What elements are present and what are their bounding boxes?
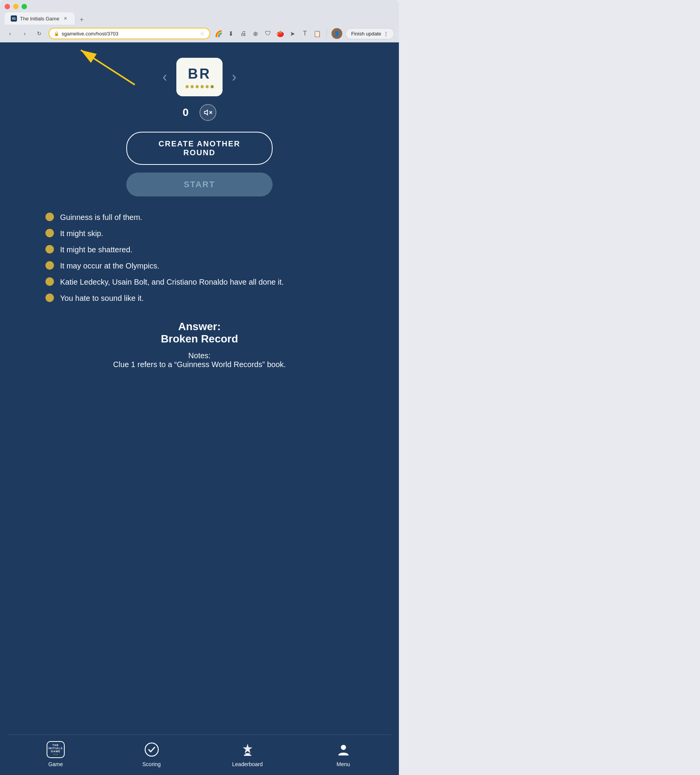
plus-circle-icon[interactable]: ⊕ xyxy=(251,29,260,38)
prev-card-button[interactable]: ‹ xyxy=(162,70,167,84)
notes-label: Notes: xyxy=(8,351,391,360)
clue-item-2: It might skip. xyxy=(45,228,353,239)
tab-favicon: IG xyxy=(11,15,17,22)
divider xyxy=(327,29,327,38)
scoring-icon xyxy=(143,741,160,758)
game-label: Game xyxy=(48,761,63,767)
score-value: 0 xyxy=(183,106,189,119)
dot-6 xyxy=(211,85,214,88)
minimize-traffic-light[interactable] xyxy=(13,4,18,9)
browser-chrome: IG The Initials Game ✕ ＋ xyxy=(0,0,399,25)
clue-item-4: It may occur at the Olympics. xyxy=(45,260,353,271)
clue-text-6: You hate to sound like it. xyxy=(60,293,144,304)
clue-dot-5 xyxy=(45,277,54,286)
initials-display: BR xyxy=(188,66,211,82)
clue-item-1: Guinness is full of them. xyxy=(45,212,353,223)
bookmark-icon[interactable]: ☆ xyxy=(200,30,205,37)
tab-title: The Initials Game xyxy=(20,16,59,22)
nav-item-scoring[interactable]: Scoring xyxy=(136,741,167,767)
download-icon[interactable]: ⬇ xyxy=(226,29,236,38)
game-logo-title: THEINITIALSGAME xyxy=(49,744,63,753)
new-tab-button[interactable]: ＋ xyxy=(76,14,87,25)
initials-card: BR xyxy=(176,58,223,96)
create-another-round-button[interactable]: CREATE ANOTHER ROUND xyxy=(126,132,273,165)
nav-item-leaderboard[interactable]: Leaderboard xyxy=(232,741,263,767)
svg-line-1 xyxy=(81,50,135,85)
tomato-icon[interactable]: 🍅 xyxy=(276,29,285,38)
answer-label: Answer: xyxy=(8,320,391,333)
clue-text-1: Guinness is full of them. xyxy=(60,212,142,223)
clue-list: Guinness is full of them. It might skip.… xyxy=(45,212,353,309)
security-icon: 🔒 xyxy=(54,31,59,36)
game-icon: THEINITIALSGAME Live xyxy=(47,741,64,758)
clipboard-icon[interactable]: 📋 xyxy=(313,29,322,38)
dot-5 xyxy=(206,85,209,88)
traffic-lights xyxy=(5,4,394,9)
nav-item-menu[interactable]: Menu xyxy=(328,741,359,767)
card-navigation: ‹ BR › xyxy=(162,58,236,96)
tab-bar: IG The Initials Game ✕ ＋ xyxy=(5,12,394,25)
scoring-label: Scoring xyxy=(142,761,161,767)
game-logo-box: THEINITIALSGAME Live xyxy=(47,741,65,758)
address-bar[interactable]: 🔒 sgamelive.com/host/3703 ☆ xyxy=(49,28,210,39)
next-card-button[interactable]: › xyxy=(232,70,236,84)
leaderboard-icon xyxy=(239,741,256,758)
clue-text-4: It may occur at the Olympics. xyxy=(60,260,159,271)
user-avatar[interactable]: 👤 xyxy=(332,28,342,39)
start-button[interactable]: START xyxy=(126,173,273,196)
score-row: 0 xyxy=(183,104,216,121)
answer-value: Broken Record xyxy=(8,333,391,345)
mute-button[interactable] xyxy=(199,104,216,121)
svg-point-5 xyxy=(145,743,158,756)
svg-marker-2 xyxy=(204,110,208,115)
svg-point-8 xyxy=(341,745,346,750)
extensions-rainbow-icon[interactable]: 🌈 xyxy=(214,29,223,38)
clue-dot-6 xyxy=(45,294,54,302)
clue-dot-3 xyxy=(45,245,54,253)
dot-2 xyxy=(191,85,194,88)
clue-item-5: Katie Ledecky, Usain Bolt, and Cristiano… xyxy=(45,277,353,287)
notes-text: Clue 1 refers to a “Guinness World Recor… xyxy=(8,360,391,369)
finish-update-menu-icon: ⋮ xyxy=(383,31,389,37)
clue-text-3: It might be shattered. xyxy=(60,244,132,255)
menu-label: Menu xyxy=(337,761,350,767)
dot-3 xyxy=(196,85,199,88)
svg-rect-7 xyxy=(244,755,251,756)
clue-text-5: Katie Ledecky, Usain Bolt, and Cristiano… xyxy=(60,277,284,287)
close-traffic-light[interactable] xyxy=(5,4,10,9)
finish-update-label: Finish update xyxy=(351,31,381,37)
menu-person-icon xyxy=(335,741,352,758)
forward-button[interactable]: › xyxy=(19,28,30,39)
shield-icon[interactable]: 🛡 xyxy=(263,29,273,38)
reload-button[interactable]: ↻ xyxy=(34,28,45,39)
arrow-annotation xyxy=(69,46,146,89)
send-icon[interactable]: ➤ xyxy=(288,29,297,38)
clue-dot-4 xyxy=(45,261,54,270)
active-tab[interactable]: IG The Initials Game ✕ xyxy=(5,12,75,25)
dot-1 xyxy=(186,85,189,88)
nav-item-game[interactable]: THEINITIALSGAME Live Game xyxy=(40,741,71,767)
back-button[interactable]: ‹ xyxy=(5,28,15,39)
game-logo-sub: Live xyxy=(53,753,58,755)
clue-item-3: It might be shattered. xyxy=(45,244,353,255)
url-text: sgamelive.com/host/3703 xyxy=(62,31,198,37)
finish-update-button[interactable]: Finish update ⋮ xyxy=(345,28,394,39)
dots-row xyxy=(186,85,214,88)
maximize-traffic-light[interactable] xyxy=(22,4,27,9)
toolbar-icons: 🌈 ⬇ 🖨 ⊕ 🛡 🍅 ➤ T 📋 👤 Finish update ⋮ xyxy=(214,28,394,39)
toolbar: ‹ › ↻ 🔒 sgamelive.com/host/3703 ☆ 🌈 ⬇ 🖨 … xyxy=(0,25,399,42)
dot-4 xyxy=(201,85,204,88)
svg-rect-6 xyxy=(245,753,250,755)
clue-text-2: It might skip. xyxy=(60,228,103,239)
text-icon[interactable]: T xyxy=(300,29,310,38)
app-container: ‹ BR › 0 CREATE ANOTHER ROUND ST xyxy=(0,42,399,775)
bottom-navigation: THEINITIALSGAME Live Game Scoring xyxy=(8,735,391,775)
answer-section: Answer: Broken Record Notes: Clue 1 refe… xyxy=(8,320,391,369)
print-icon[interactable]: 🖨 xyxy=(239,29,248,38)
leaderboard-label: Leaderboard xyxy=(232,761,263,767)
tab-close-button[interactable]: ✕ xyxy=(62,15,69,22)
clue-dot-2 xyxy=(45,229,54,237)
clue-dot-1 xyxy=(45,213,54,221)
clue-item-6: You hate to sound like it. xyxy=(45,293,353,304)
